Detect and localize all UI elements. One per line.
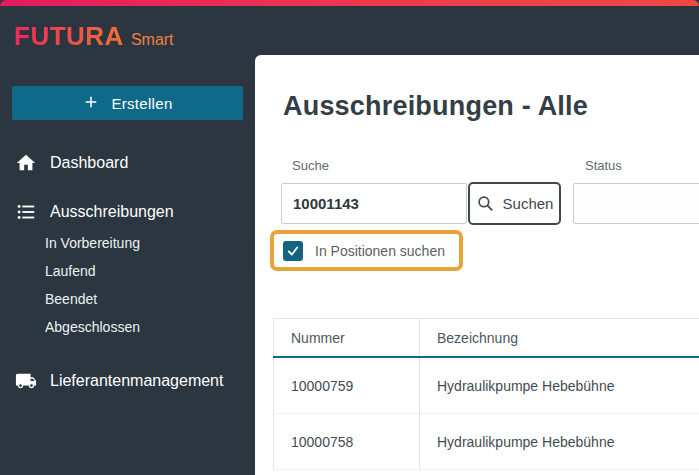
- results-table: Nummer Bezeichnung 10000759 Hydraulikpum…: [273, 318, 699, 470]
- suche-field-label: Suche: [292, 158, 329, 173]
- cell-nummer: 10000758: [274, 414, 420, 470]
- sidebar-subitem-abgeschlossen[interactable]: Abgeschlossen: [45, 318, 140, 336]
- sidebar-subitem-label: Laufend: [45, 263, 96, 279]
- sidebar-subitem-label: In Vorbereitung: [45, 235, 140, 251]
- table-header-row: Nummer Bezeichnung: [274, 319, 699, 358]
- search-input[interactable]: [281, 183, 467, 224]
- in-positionen-checkbox[interactable]: [283, 241, 303, 261]
- sidebar-subitem-label: Beendet: [45, 291, 97, 307]
- sidebar-subitem-laufend[interactable]: Laufend: [45, 262, 96, 280]
- search-icon: [476, 194, 495, 213]
- top-accent-bar: [0, 0, 699, 6]
- status-select[interactable]: [573, 183, 699, 224]
- suchen-button[interactable]: Suchen: [468, 182, 561, 225]
- checkmark-icon: [286, 244, 300, 258]
- brand-suffix: Smart: [131, 31, 174, 48]
- truck-icon: [15, 370, 37, 392]
- sidebar-item-ausschreibungen[interactable]: Ausschreibungen: [0, 199, 255, 225]
- sidebar-subitem-in-vorbereitung[interactable]: In Vorbereitung: [45, 234, 140, 252]
- sidebar-subitem-beendet[interactable]: Beendet: [45, 290, 97, 308]
- list-icon: [15, 201, 37, 223]
- content-panel: Ausschreibungen - Alle Suche Suchen Stat…: [255, 55, 699, 475]
- sidebar-item-label: Lieferantenmanagement: [50, 372, 223, 390]
- sidebar-item-lieferantenmanagement[interactable]: Lieferantenmanagement: [0, 368, 255, 394]
- column-header-bezeichnung: Bezeichnung: [420, 319, 699, 358]
- in-positionen-checkbox-label: In Positionen suchen: [315, 243, 445, 259]
- sidebar-subitem-label: Abgeschlossen: [45, 319, 140, 335]
- home-icon: [15, 152, 37, 174]
- sidebar-item-label: Ausschreibungen: [50, 203, 174, 221]
- table-row[interactable]: 10000759 Hydraulikpumpe Hebebühne: [274, 357, 699, 414]
- status-field-label: Status: [585, 158, 622, 173]
- suchen-button-label: Suchen: [503, 195, 554, 212]
- column-header-nummer: Nummer: [274, 319, 420, 358]
- annotation-highlight-box: In Positionen suchen: [270, 230, 463, 271]
- page-title: Ausschreibungen - Alle: [283, 91, 588, 122]
- app-logo: FUTURASmart: [14, 21, 174, 52]
- sidebar-item-label: Dashboard: [50, 154, 128, 172]
- erstellen-button[interactable]: Erstellen: [12, 86, 243, 120]
- sidebar-item-dashboard[interactable]: Dashboard: [0, 150, 255, 176]
- erstellen-button-label: Erstellen: [111, 95, 172, 112]
- plus-icon: [82, 93, 100, 114]
- cell-bezeichnung: Hydraulikpumpe Hebebühne: [420, 414, 699, 470]
- cell-nummer: 10000759: [274, 357, 420, 414]
- cell-bezeichnung: Hydraulikpumpe Hebebühne: [420, 357, 699, 414]
- brand-name: FUTURA: [14, 21, 124, 52]
- table-row[interactable]: 10000758 Hydraulikpumpe Hebebühne: [274, 414, 699, 470]
